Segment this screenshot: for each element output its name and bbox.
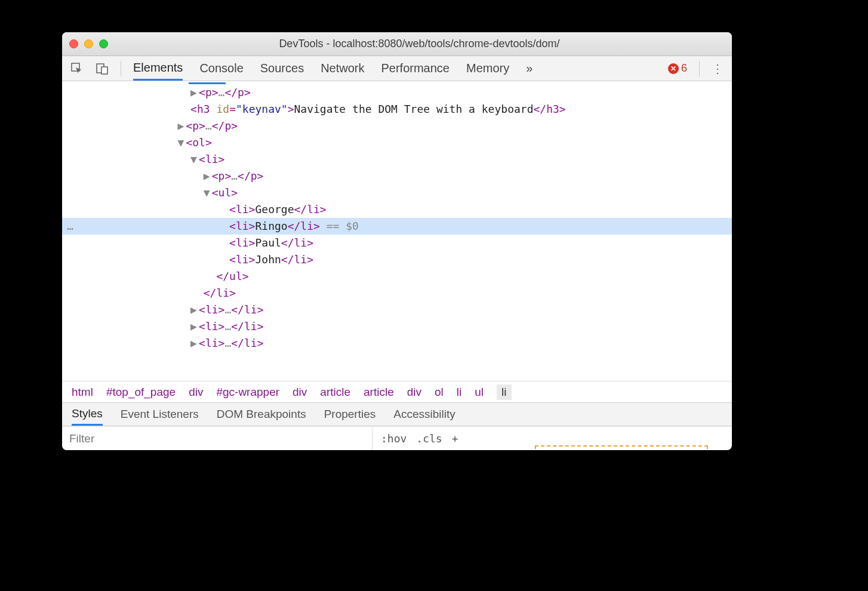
device-toggle-icon[interactable] (96, 62, 109, 75)
dom-row[interactable]: ▶<li>…</li> (62, 301, 732, 318)
titlebar: DevTools - localhost:8080/web/tools/chro… (62, 32, 732, 56)
dom-row[interactable]: ▶<li>…</li> (62, 335, 732, 352)
tab-console[interactable]: Console (199, 56, 243, 81)
dom-row[interactable]: ▶<p>…</p> (62, 84, 732, 101)
tab-overflow[interactable]: » (526, 56, 533, 81)
inspect-icon[interactable] (70, 62, 84, 75)
tab-sources[interactable]: Sources (260, 56, 304, 81)
tab-network[interactable]: Network (321, 56, 364, 81)
crumb-selected[interactable]: li (497, 384, 511, 400)
stab-event-listeners[interactable]: Event Listeners (121, 403, 199, 426)
dom-row-selected[interactable]: <li>Ringo</li> == $0 (62, 218, 732, 235)
dom-row[interactable]: ▼<li> (62, 151, 732, 168)
crumb[interactable]: div (407, 386, 421, 399)
close-icon[interactable] (69, 39, 78, 48)
crumb[interactable]: html (72, 386, 93, 399)
cls-toggle[interactable]: .cls (416, 432, 442, 445)
tab-performance[interactable]: Performance (381, 56, 450, 81)
error-count[interactable]: ✕ 6 (668, 62, 687, 75)
window-title: DevTools - localhost:8080/web/tools/chro… (114, 38, 725, 50)
crumb[interactable]: ul (475, 386, 484, 399)
stab-properties[interactable]: Properties (324, 403, 376, 426)
dom-row-li[interactable]: <li>Paul</li> (62, 235, 732, 251)
crumb[interactable]: div (293, 386, 307, 399)
tab-memory[interactable]: Memory (466, 56, 509, 81)
dom-row[interactable]: ▶<li>…</li> (62, 318, 732, 335)
crumb[interactable]: div (189, 386, 203, 399)
svg-rect-2 (101, 67, 107, 74)
styles-filter-input[interactable] (62, 427, 373, 450)
minimize-icon[interactable] (84, 39, 93, 48)
crumb[interactable]: li (457, 386, 461, 399)
breadcrumb: html #top_of_page div #gc-wrapper div ar… (62, 381, 732, 402)
dom-row[interactable]: ▼<ol> (62, 134, 732, 151)
divider (121, 61, 121, 76)
tab-elements[interactable]: Elements (133, 56, 183, 81)
stab-accessibility[interactable]: Accessibility (393, 403, 455, 426)
crumb[interactable]: #gc-wrapper (216, 386, 279, 399)
hov-toggle[interactable]: :hov (381, 432, 407, 445)
stab-styles[interactable]: Styles (72, 403, 103, 426)
dom-row-li[interactable]: <li>John</li> (62, 251, 732, 268)
devtools-window: DevTools - localhost:8080/web/tools/chro… (62, 32, 732, 450)
crumb[interactable]: ol (435, 386, 444, 399)
dom-row[interactable]: </ul> (62, 268, 732, 285)
divider (699, 61, 700, 76)
dom-row[interactable]: ▼<ul> (62, 184, 732, 201)
new-style-rule-icon[interactable]: + (452, 432, 458, 445)
crumb[interactable]: article (320, 386, 350, 399)
dom-row[interactable]: ▶<p>…</p> (62, 168, 732, 184)
dom-row[interactable]: </li> (62, 285, 732, 301)
main-toolbar: Elements Console Sources Network Perform… (62, 56, 732, 81)
kebab-menu-icon[interactable]: ⋮ (712, 61, 724, 76)
box-model-preview (535, 445, 708, 449)
dom-row[interactable]: <h3 id="keynav">Navigate the DOM Tree wi… (62, 101, 732, 118)
styles-tabs: Styles Event Listeners DOM Breakpoints P… (62, 402, 732, 426)
error-count-value: 6 (681, 62, 687, 75)
error-icon: ✕ (668, 63, 679, 74)
dom-row-li[interactable]: <li>George</li> (62, 201, 732, 218)
stab-dom-breakpoints[interactable]: DOM Breakpoints (217, 403, 306, 426)
traffic-lights (69, 39, 108, 48)
dom-tree[interactable]: ▶<p>…</p> <h3 id="keynav">Navigate the D… (62, 81, 732, 381)
dom-row[interactable]: ▶<p>…</p> (62, 118, 732, 134)
panel-tabs: Elements Console Sources Network Perform… (133, 56, 533, 81)
maximize-icon[interactable] (99, 39, 108, 48)
crumb[interactable]: #top_of_page (106, 386, 176, 399)
styles-filter-row: :hov .cls + (62, 426, 732, 450)
crumb[interactable]: article (364, 386, 394, 399)
